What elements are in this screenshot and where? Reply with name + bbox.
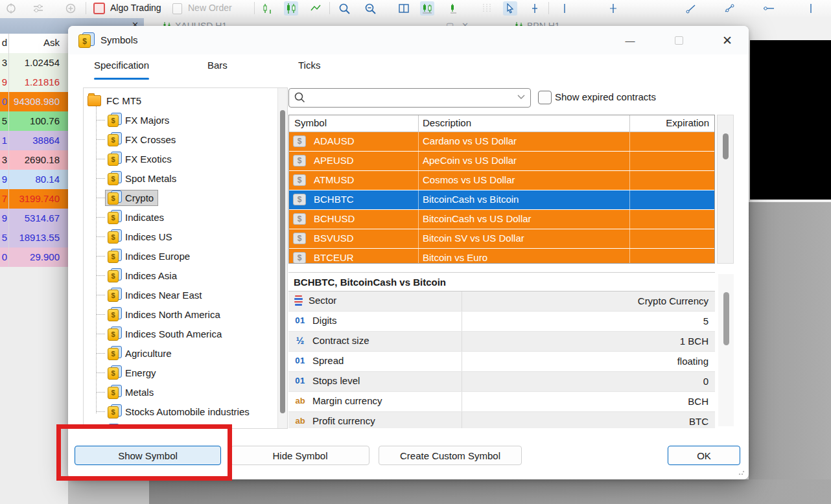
- crosshair-tool-icon[interactable]: [4, 1, 18, 16]
- tree-root-fc-mt5[interactable]: FC MT5: [88, 91, 141, 110]
- channel-tool-icon[interactable]: [723, 1, 737, 16]
- tree-item-indices-south-america[interactable]: $Indices South America: [84, 324, 287, 343]
- close-icon[interactable]: ✕: [719, 32, 736, 48]
- hide-symbol-button[interactable]: Hide Symbol: [231, 446, 369, 465]
- tree-item-indices-north-america[interactable]: $Indices North America: [84, 304, 287, 324]
- tree-item-stocks-automobile-industries[interactable]: $Stocks Automobile industries: [84, 402, 287, 421]
- tab-specification[interactable]: Specification: [94, 60, 149, 74]
- tree-item-energy[interactable]: $Energy: [84, 363, 287, 382]
- show-expired-checkbox[interactable]: [538, 91, 552, 104]
- create-custom-symbol-button[interactable]: Create Custom Symbol: [379, 446, 522, 465]
- tree-item-indices-asia[interactable]: $Indices Asia: [84, 266, 287, 285]
- property-row-digits[interactable]: 01Digits5: [288, 312, 715, 332]
- chart-area[interactable]: [750, 40, 831, 200]
- autoscroll-icon[interactable]: [447, 1, 462, 16]
- letters-icon: ab: [294, 396, 307, 406]
- column-divider: [418, 171, 419, 190]
- bar-chart-icon[interactable]: [261, 1, 275, 16]
- tree-item-indices-europe[interactable]: $Indices Europe: [84, 246, 287, 266]
- tree-scrollbar[interactable]: [277, 88, 287, 428]
- tree-item-fx-majors[interactable]: $FX Majors: [84, 110, 287, 130]
- tree-item-label: Spot Metals: [125, 173, 176, 184]
- tree-item-agriculture[interactable]: $Agriculture: [84, 343, 287, 363]
- property-row-sector[interactable]: SectorCrypto Currency: [288, 292, 715, 312]
- grid-icon[interactable]: [480, 1, 494, 16]
- bid-column-header[interactable]: d: [0, 37, 7, 48]
- ask-column-header[interactable]: Ask: [9, 37, 60, 48]
- tree-item-label: FX Majors: [125, 115, 169, 126]
- symbol-name: BCHBTC: [314, 194, 354, 205]
- tree-item-fx-exotics[interactable]: $FX Exotics: [84, 149, 287, 168]
- tree-item-indices-us[interactable]: $Indices US: [84, 227, 287, 246]
- property-value: 1 BCH: [680, 336, 708, 347]
- tree-item-spot-metals[interactable]: $Spot Metals: [84, 168, 287, 188]
- tree-item-indices-near-east[interactable]: $Indices Near East: [84, 285, 287, 304]
- vertical-line-tool-icon[interactable]: [557, 1, 572, 16]
- symbol-name: BSVUSD: [314, 233, 354, 244]
- resize-grip[interactable]: [738, 469, 745, 475]
- column-header-symbol[interactable]: Symbol: [294, 117, 327, 128]
- tree-item-label: Indices US: [125, 231, 172, 242]
- zoom-tool-icon[interactable]: [64, 1, 78, 16]
- chevron-down-icon[interactable]: [517, 95, 525, 100]
- property-row-contract-size[interactable]: ½Contract size1 BCH: [288, 332, 715, 352]
- column-header-expiration[interactable]: Expiration: [630, 117, 709, 128]
- tab-bars[interactable]: Bars: [207, 60, 228, 74]
- ok-button[interactable]: OK: [668, 446, 740, 465]
- column-header-description[interactable]: Description: [423, 117, 471, 128]
- ask-value: 100.76: [9, 115, 60, 126]
- table-scrollbar[interactable]: [717, 115, 734, 264]
- cursor-icon[interactable]: [503, 1, 517, 16]
- crosshair-cursor-icon[interactable]: [528, 1, 542, 16]
- tree-connector: [96, 236, 105, 237]
- property-row-margin-currency[interactable]: abMargin currencyBCH: [288, 392, 715, 412]
- new-order-label[interactable]: New Order: [188, 3, 232, 13]
- algo-trading-icon[interactable]: [92, 1, 106, 16]
- symbol-specification-panel: BCHBTC, BitcoinCash vs Bitcoin SectorCry…: [288, 272, 715, 428]
- table-scrollbar-thumb[interactable]: [723, 133, 729, 159]
- details-scrollbar-thumb[interactable]: [723, 292, 729, 345]
- candlestick-chart-icon[interactable]: [284, 1, 298, 16]
- show-expired-label[interactable]: Show expired contracts: [555, 91, 656, 102]
- line-chart-icon[interactable]: [309, 1, 323, 16]
- maximize-icon[interactable]: [670, 32, 687, 48]
- tree-item-crypto[interactable]: $Crypto: [84, 188, 287, 207]
- horizontal-line-tool-icon[interactable]: [606, 1, 620, 16]
- column-divider: [629, 171, 630, 190]
- symbol-row-bsvusd[interactable]: $BSVUSDBitcoin SV vs US Dollar: [289, 229, 714, 249]
- zoom-in-icon[interactable]: [337, 1, 351, 16]
- symbol-search-box[interactable]: [288, 88, 531, 108]
- symbol-name: ATMUSD: [314, 174, 354, 185]
- hline-anchor-tool-icon[interactable]: [762, 1, 776, 16]
- ask-value: 1.02454: [9, 57, 60, 68]
- tree-item-metals[interactable]: $Metals: [84, 382, 287, 402]
- symbol-row-atmusd[interactable]: $ATMUSDCosmos vs US Dollar: [289, 171, 714, 190]
- tree-item-label: Indices Asia: [125, 270, 177, 281]
- trendline-tool-icon[interactable]: [684, 1, 698, 16]
- symbol-row-apeusd[interactable]: $APEUSDApeCoin vs US Dollar: [289, 152, 714, 171]
- algo-trading-label[interactable]: Algo Trading: [110, 3, 161, 13]
- details-scrollbar[interactable]: [718, 274, 734, 426]
- chart-shift-icon[interactable]: [420, 1, 434, 16]
- dialog-titlebar[interactable]: $ Symbols — ✕: [68, 26, 749, 54]
- symbol-row-adausd[interactable]: $ADAUSDCardano vs US Dollar: [289, 132, 714, 152]
- symbol-row-bchusd[interactable]: $BCHUSDBitcoinCash vs US Dollar: [289, 210, 714, 229]
- tree-item-indicates[interactable]: $Indicates: [84, 207, 287, 227]
- tree-item-fx-crosses[interactable]: $FX Crosses: [84, 130, 287, 149]
- property-row-stops-level[interactable]: 01Stops level0: [288, 372, 715, 392]
- property-row-profit-currency[interactable]: abProfit currencyBTC: [288, 412, 715, 428]
- symbol-row-btceur[interactable]: $BTCEURBitcoin vs Euro: [289, 249, 714, 264]
- tree-scrollbar-thumb[interactable]: [280, 110, 285, 413]
- properties-tool-icon[interactable]: [31, 1, 45, 16]
- symbol-row-bchbtc[interactable]: $BCHBTCBitcoinCash vs Bitcoin: [289, 190, 714, 210]
- minimize-icon[interactable]: —: [622, 32, 638, 48]
- tab-ticks[interactable]: Ticks: [298, 60, 320, 74]
- tile-windows-icon[interactable]: [397, 1, 411, 16]
- search-input[interactable]: [309, 90, 506, 106]
- zoom-out-icon[interactable]: [363, 1, 377, 16]
- vline-marker-tool-icon[interactable]: [804, 1, 818, 16]
- property-label: Profit currency: [312, 415, 375, 426]
- new-order-icon[interactable]: [170, 1, 184, 16]
- dollar-symbol-icon: $: [108, 114, 120, 126]
- property-row-spread[interactable]: 01Spreadfloating: [288, 352, 715, 372]
